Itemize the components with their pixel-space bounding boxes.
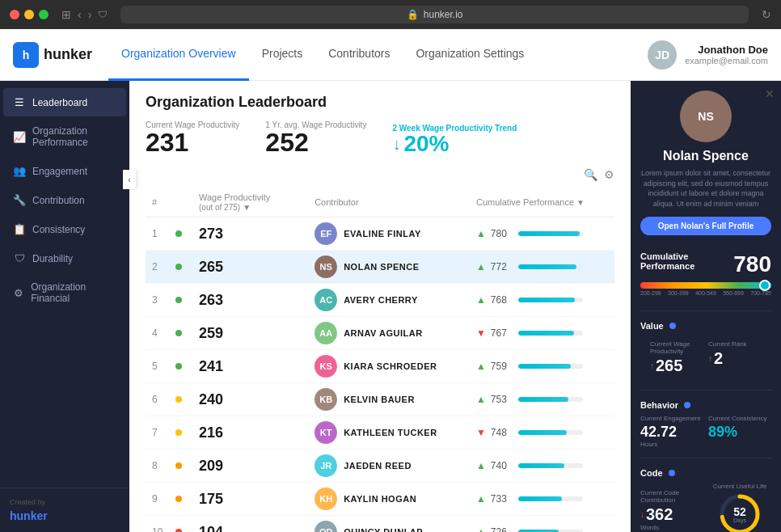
maximize-traffic-light[interactable] <box>39 10 49 19</box>
table-row[interactable]: 10 104 QD QUINCY DUNLAP ▲ 726 <box>146 516 614 533</box>
wage-filter-btn[interactable]: ▼ <box>243 203 251 212</box>
code-contribution-metric: Current Code Contribution ↓ 362 Words <box>640 489 703 531</box>
current-rank-label: Current Rank <box>708 340 762 348</box>
perf-bar <box>518 463 565 468</box>
perf-bar-labels: 200-299 300-399 400-549 550-699 700-785 <box>640 290 771 296</box>
status-dot <box>175 297 182 303</box>
sidebar-item-engagement[interactable]: 👥 Engagement <box>3 157 126 185</box>
table-row[interactable]: 3 263 AC AVERY CHERRY ▲ 768 <box>146 284 614 317</box>
behavior-section: Behavior Current Engagement 42.72 Hours … <box>631 394 781 454</box>
sidebar-item-durability[interactable]: 🛡 Durability <box>3 244 126 272</box>
behavior-info-dot <box>684 402 690 408</box>
sidebar-label-org-performance: Organization Performance <box>32 125 116 148</box>
perf-bar-bg <box>518 231 583 236</box>
leaderboard-title: Organization Leaderboard <box>146 94 614 111</box>
rank-cell: 1 <box>146 217 169 251</box>
cumulative-perf-section: Cumulative Performance 780 200-299 300-3… <box>631 245 781 307</box>
table-controls: 🔍 ⚙ <box>146 168 614 181</box>
leaderboard-table: # Wage Productivity(out of 275) ▼ Contri… <box>146 188 614 532</box>
close-traffic-light[interactable] <box>10 10 19 19</box>
tab-projects[interactable]: Projects <box>249 29 316 81</box>
sidebar-item-contribution[interactable]: 🔧 Contribution <box>3 186 126 214</box>
contributor-name: JAEDEN REED <box>344 461 412 471</box>
perf-number: 740 <box>491 460 513 471</box>
search-button[interactable]: 🔍 <box>584 168 597 181</box>
table-row[interactable]: 4 259 AA ARNAV AGUILAR ▼ 767 <box>146 317 614 350</box>
sidebar: ☰ Leaderboard 📈 Organization Performance… <box>0 81 129 532</box>
filter-button[interactable]: ⚙ <box>604 168 614 181</box>
status-dot-cell <box>169 483 192 516</box>
perf-up-arrow: ▲ <box>476 526 486 532</box>
consistency-icon: 📋 <box>13 223 26 235</box>
forward-icon[interactable]: › <box>88 8 92 21</box>
perf-down-arrow: ▼ <box>476 327 486 339</box>
sidebar-footer: Created by hunker <box>0 488 129 532</box>
sidebar-item-consistency[interactable]: 📋 Consistency <box>3 215 126 243</box>
code-contribution-label: Current Code Contribution <box>640 489 703 504</box>
contributor-name: AVERY CHERRY <box>344 295 418 305</box>
minimize-traffic-light[interactable] <box>24 10 34 19</box>
useful-life-unit: Days <box>733 517 746 523</box>
cumulative-perf-score: 780 <box>733 251 771 277</box>
lock-icon: 🔒 <box>407 9 419 20</box>
contributor-cell: KT KATHLEEN TUCKER <box>308 416 470 450</box>
table-row[interactable]: 6 240 KB KELVIN BAUER ▲ 753 <box>146 383 614 416</box>
refresh-icon[interactable]: ↻ <box>762 8 771 21</box>
current-rank-metric: Current Rank ↑ 2 <box>708 340 762 375</box>
sidebar-toggle-icon[interactable]: ⊞ <box>61 8 71 21</box>
useful-life-value: 52 <box>733 506 746 517</box>
tab-settings[interactable]: Organization Settings <box>403 29 537 81</box>
sidebar-item-leaderboard[interactable]: ☰ Leaderboard <box>3 88 126 116</box>
wage-productivity-label: Current Wage Productivity <box>650 340 703 355</box>
rank-cell: 8 <box>146 450 169 483</box>
contributor-avatar: AC <box>315 289 337 311</box>
status-dot <box>175 429 182 436</box>
perf-number: 780 <box>491 228 513 239</box>
tab-contributors[interactable]: Contributors <box>315 29 403 81</box>
durability-icon: 🛡 <box>13 252 26 264</box>
perf-bar <box>518 331 575 336</box>
table-row[interactable]: 9 175 KH KAYLIN HOGAN ▲ 733 <box>146 483 614 516</box>
sidebar-collapse-button[interactable]: ‹ <box>123 170 136 189</box>
status-dot <box>175 529 182 532</box>
contributor-name: KATHLEEN TUCKER <box>344 428 437 437</box>
contributor-avatar: KT <box>315 421 337 444</box>
perf-up-arrow: ▲ <box>476 361 486 372</box>
current-rank-value: ↑ 2 <box>708 349 762 368</box>
tab-overview[interactable]: Organization Overview <box>108 29 249 81</box>
wage-productivity-metric: Current Wage Productivity ↑ 265 <box>650 340 703 375</box>
leaderboard-panel: Organization Leaderboard Current Wage Pr… <box>129 81 631 532</box>
table-row[interactable]: 2 265 NS NOLAN SPENCE ▲ 772 <box>146 251 614 284</box>
profile-avatar: NS <box>680 91 732 142</box>
contributor-avatar: QD <box>315 521 337 532</box>
back-icon[interactable]: ‹ <box>78 8 82 21</box>
perf-cell: ▼ 748 <box>470 416 614 450</box>
table-row[interactable]: 7 216 KT KATHLEEN TUCKER ▼ 748 <box>146 416 614 450</box>
financial-icon: ⚙ <box>13 287 24 299</box>
trend-value: 20% <box>403 133 449 155</box>
sidebar-item-financial[interactable]: ⚙ Organization Financial <box>3 273 126 312</box>
perf-bar <box>518 496 562 501</box>
status-dot <box>175 462 182 469</box>
col-dot <box>169 188 192 217</box>
address-bar[interactable]: 🔒 hunker.io <box>120 6 749 23</box>
code-info-dot <box>669 470 675 476</box>
value-title: Value <box>640 321 771 331</box>
table-row[interactable]: 5 241 KS KIARA SCHROEDER ▲ 759 <box>146 350 614 383</box>
open-profile-button[interactable]: Open Nolan's Full Profile <box>640 217 771 235</box>
sidebar-label-leaderboard: Leaderboard <box>32 97 87 108</box>
table-row[interactable]: 8 209 JR JAEDEN REED ▲ 740 <box>146 450 614 483</box>
user-name: Jonathon Doe <box>685 44 768 56</box>
wage-cell: 216 <box>192 416 308 450</box>
logo-area: h hunker <box>13 42 92 68</box>
contributor-cell: NS NOLAN SPENCE <box>308 251 470 284</box>
contributor-cell: JR JAEDEN REED <box>308 450 470 483</box>
table-row[interactable]: 1 273 EF EVALINE FINLAY ▲ 780 <box>146 217 614 251</box>
right-panel-header: NS Nolan Spence Lorem ipsum dolor sit am… <box>631 81 781 245</box>
perf-filter-btn[interactable]: ▼ <box>576 198 585 207</box>
cumulative-perf-title: Cumulative Performance <box>640 251 733 271</box>
sidebar-item-org-performance[interactable]: 📈 Organization Performance <box>3 117 126 156</box>
engagement-icon: 👥 <box>13 165 26 177</box>
useful-life-circle: 52 Days <box>717 492 762 532</box>
perf-down-arrow: ▼ <box>476 427 486 438</box>
